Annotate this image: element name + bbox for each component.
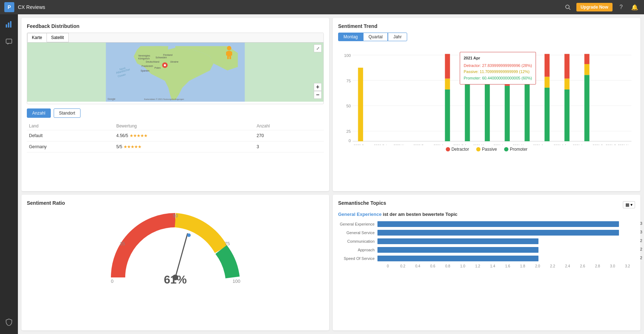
svg-rect-51: [545, 54, 550, 77]
bar-x-axis: 00.20.40.60.81.01.21.41.61.82.02.22.42.6…: [380, 264, 635, 268]
bar-fill: [377, 221, 619, 227]
sidebar-item-chat[interactable]: [2, 35, 16, 50]
sidebar-item-chart[interactable]: [2, 18, 16, 33]
svg-text:Deutschland: Deutschland: [146, 60, 160, 63]
trend-tab-quartal[interactable]: Quartal: [363, 33, 388, 41]
semantic-topics-title: Semantische Topics: [338, 200, 386, 206]
notifications-button[interactable]: 🔔: [630, 2, 640, 12]
bar-value: 2: [640, 238, 642, 243]
legend-detractor: Detractor: [446, 147, 469, 152]
map-body: Nord Atlantischer Ozean Deutschland Schw…: [27, 43, 323, 102]
map-tab-karte[interactable]: Karte: [27, 33, 47, 42]
svg-rect-50: [545, 77, 550, 87]
detractor-label: Detractor: [452, 147, 469, 152]
gauge-container: 0 25 50 75 100 61%: [27, 209, 324, 292]
top-nav-right: Upgrade Now ? 🔔: [563, 2, 640, 12]
svg-rect-3: [8, 23, 9, 28]
topics-chart-button[interactable]: ▦ ▾: [623, 201, 635, 208]
filter-standort-button[interactable]: Standort: [54, 108, 80, 118]
bar-row: Approach 2: [338, 247, 635, 253]
semantic-topics-panel: Semantische Topics ▦ ▾ General Experienc…: [333, 195, 640, 330]
upgrade-button[interactable]: Upgrade Now: [576, 3, 613, 11]
feedback-distribution-title: Feedback Distribution: [27, 23, 324, 29]
svg-text:Google: Google: [108, 98, 116, 101]
map-zoom-out-button[interactable]: −: [314, 91, 322, 99]
table-row: Germany 5/5 ★★★★★ 3: [27, 141, 324, 153]
svg-rect-52: [565, 89, 570, 141]
land-default: Default: [27, 130, 114, 141]
map-expand-button[interactable]: ⤢: [314, 44, 322, 52]
topics-subtitle-highlight: General Experience: [338, 212, 381, 217]
svg-rect-47: [525, 71, 530, 82]
bar-x-label: 1.2: [470, 264, 485, 268]
col-anzahl: Anzahl: [254, 122, 324, 130]
svg-rect-53: [565, 78, 570, 89]
svg-text:Kartendaten © 2021 Nutzungsbed: Kartendaten © 2021 Nutzungsbedingungen: [144, 98, 184, 100]
bar-fill: [377, 256, 538, 261]
svg-text:Spanien: Spanien: [141, 69, 150, 72]
help-button[interactable]: ?: [616, 2, 626, 12]
filter-anzahl-button[interactable]: Anzahl: [27, 108, 51, 118]
svg-rect-36: [445, 89, 450, 141]
topics-subtitle-rest: ist der am besten bewertete Topic: [381, 212, 457, 217]
bar-chart: General Experience 3 General Service 3 C…: [338, 221, 635, 261]
bar-x-label: 0.6: [425, 264, 440, 268]
svg-text:2021 Feb: 2021 Feb: [453, 144, 467, 145]
svg-point-80: [187, 233, 191, 237]
sentiment-ratio-panel: Sentiment Ratio: [21, 195, 329, 330]
bar-track: 3: [377, 221, 635, 227]
svg-rect-44: [505, 86, 510, 141]
feedback-distribution-panel: Feedback Distribution Karte Satellit: [21, 18, 329, 191]
svg-text:2020 Dec: 2020 Dec: [413, 144, 427, 145]
svg-text:Polen: Polen: [155, 67, 161, 69]
bar-x-label: 2.0: [530, 264, 545, 268]
trend-tab-montag[interactable]: Montag: [338, 33, 363, 41]
svg-rect-38: [445, 54, 450, 79]
svg-rect-54: [565, 54, 570, 79]
bar-value: 2: [640, 256, 642, 260]
bar-x-label: 2.6: [575, 264, 590, 268]
svg-text:2021 Apr: 2021 Apr: [493, 144, 506, 145]
svg-text:2021 Mar: 2021 Mar: [473, 144, 487, 145]
bar-x-label: 3.2: [620, 264, 635, 268]
bar-x-label: 0: [380, 264, 395, 268]
svg-rect-2: [6, 24, 7, 28]
sidebar-item-security[interactable]: [2, 316, 16, 330]
svg-rect-55: [584, 75, 589, 141]
bar-row: Communication 2: [338, 238, 635, 244]
svg-text:75: 75: [346, 79, 351, 83]
map-tab-satellit[interactable]: Satellit: [47, 33, 69, 42]
svg-text:2021 May: 2021 May: [513, 144, 527, 145]
top-nav: P CX Reviews Upgrade Now ? 🔔: [0, 0, 644, 14]
svg-text:25: 25: [120, 241, 125, 246]
promoter-dot: [504, 147, 508, 151]
bar-x-label: 0.8: [440, 264, 455, 268]
svg-text:2021 Nov: 2021 Nov: [618, 144, 632, 145]
detractor-dot: [446, 147, 450, 151]
svg-point-8: [164, 64, 166, 66]
bar-track: 2: [377, 256, 635, 261]
svg-rect-46: [525, 82, 530, 141]
sidebar: [0, 14, 18, 334]
svg-line-1: [569, 8, 570, 10]
bar-x-label: 2.2: [545, 264, 560, 268]
svg-text:2020 Oct: 2020 Oct: [374, 144, 387, 145]
anzahl-germany: 3: [254, 141, 324, 153]
land-germany: Germany: [27, 141, 114, 153]
legend-passive: Passive: [476, 147, 497, 152]
bar-fill: [377, 247, 538, 253]
app-logo: P: [4, 2, 14, 12]
svg-rect-43: [485, 75, 490, 82]
trend-tab-jahr[interactable]: Jahr: [388, 33, 407, 41]
top-nav-left: P CX Reviews: [4, 2, 45, 12]
distribution-table: Land Bewertung Anzahl Default 4.56/5 ★★★…: [27, 122, 324, 153]
main-content: Feedback Distribution Karte Satellit: [18, 14, 644, 334]
svg-text:Finnland: Finnland: [163, 54, 172, 56]
bar-label: Communication: [338, 239, 377, 243]
bar-row: General Service 3: [338, 230, 635, 236]
col-land: Land: [27, 122, 114, 130]
svg-rect-39: [465, 78, 470, 141]
search-button[interactable]: [563, 2, 573, 12]
bar-value: 3: [640, 230, 642, 234]
map-zoom-in-button[interactable]: +: [314, 83, 322, 91]
